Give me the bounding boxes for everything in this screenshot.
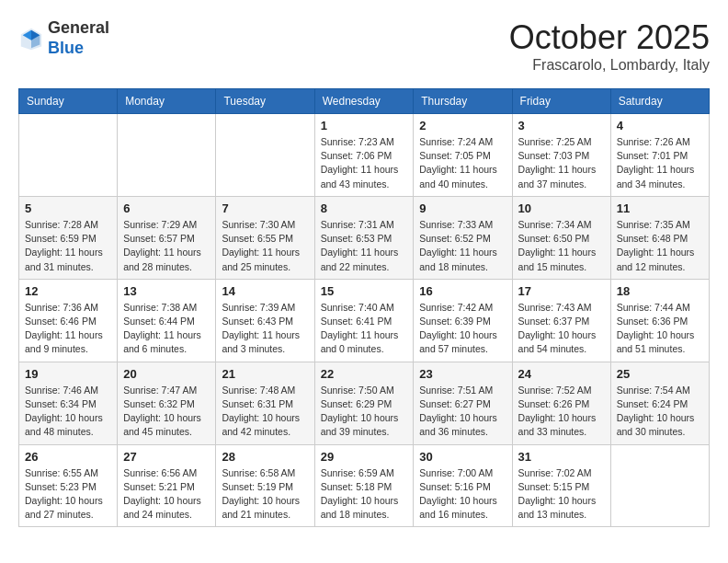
day-info: Sunrise: 7:52 AM Sunset: 6:26 PM Dayligh… [518,384,605,440]
day-info: Sunrise: 7:47 AM Sunset: 6:32 PM Dayligh… [123,384,210,440]
weekday-header: Thursday [414,89,512,114]
calendar-cell [216,114,314,197]
calendar-cell: 30Sunrise: 7:00 AM Sunset: 5:16 PM Dayli… [414,444,512,527]
calendar-cell: 16Sunrise: 7:42 AM Sunset: 6:39 PM Dayli… [414,279,512,362]
month-title: October 2025 [509,18,710,57]
calendar-cell: 11Sunrise: 7:35 AM Sunset: 6:48 PM Dayli… [610,196,709,279]
day-info: Sunrise: 7:28 AM Sunset: 6:59 PM Dayligh… [25,218,111,274]
calendar-cell [610,444,709,527]
calendar-cell: 20Sunrise: 7:47 AM Sunset: 6:32 PM Dayli… [118,362,216,444]
day-number: 12 [25,284,111,298]
calendar-cell: 19Sunrise: 7:46 AM Sunset: 6:34 PM Dayli… [19,362,118,444]
logo-blue: Blue [48,39,84,57]
day-info: Sunrise: 6:59 AM Sunset: 5:18 PM Dayligh… [321,466,408,523]
logo-general: General [48,18,109,37]
day-number: 11 [617,201,703,215]
calendar-cell: 23Sunrise: 7:51 AM Sunset: 6:27 PM Dayli… [414,362,512,444]
day-number: 20 [123,367,210,381]
calendar-cell: 9Sunrise: 7:33 AM Sunset: 6:52 PM Daylig… [414,196,512,279]
weekday-header: Sunday [19,89,118,114]
day-number: 31 [518,450,605,464]
calendar-cell: 14Sunrise: 7:39 AM Sunset: 6:43 PM Dayli… [216,279,314,362]
calendar-cell: 6Sunrise: 7:29 AM Sunset: 6:57 PM Daylig… [118,196,216,279]
logo-icon [18,26,44,52]
day-info: Sunrise: 7:29 AM Sunset: 6:57 PM Dayligh… [123,218,210,274]
day-info: Sunrise: 7:44 AM Sunset: 6:36 PM Dayligh… [617,301,703,357]
day-info: Sunrise: 7:48 AM Sunset: 6:31 PM Dayligh… [222,384,308,440]
day-info: Sunrise: 7:38 AM Sunset: 6:44 PM Dayligh… [123,301,210,357]
day-info: Sunrise: 7:46 AM Sunset: 6:34 PM Dayligh… [25,384,111,440]
day-info: Sunrise: 7:23 AM Sunset: 7:06 PM Dayligh… [321,135,408,191]
calendar-cell: 8Sunrise: 7:31 AM Sunset: 6:53 PM Daylig… [314,196,414,279]
day-info: Sunrise: 6:56 AM Sunset: 5:21 PM Dayligh… [123,466,210,523]
title-section: October 2025 Frascarolo, Lombardy, Italy [509,18,710,74]
calendar-cell: 3Sunrise: 7:25 AM Sunset: 7:03 PM Daylig… [512,114,610,197]
day-number: 28 [222,450,308,464]
calendar-cell: 7Sunrise: 7:30 AM Sunset: 6:55 PM Daylig… [216,196,314,279]
calendar-cell: 2Sunrise: 7:24 AM Sunset: 7:05 PM Daylig… [414,114,512,197]
calendar-cell: 27Sunrise: 6:56 AM Sunset: 5:21 PM Dayli… [118,444,216,527]
calendar-header-row: SundayMondayTuesdayWednesdayThursdayFrid… [19,89,710,114]
day-number: 21 [222,367,308,381]
day-number: 24 [518,367,605,381]
day-info: Sunrise: 6:55 AM Sunset: 5:23 PM Dayligh… [25,466,111,523]
day-number: 25 [617,367,703,381]
day-info: Sunrise: 7:36 AM Sunset: 6:46 PM Dayligh… [25,301,111,357]
calendar-cell: 31Sunrise: 7:02 AM Sunset: 5:15 PM Dayli… [512,444,610,527]
calendar-cell: 12Sunrise: 7:36 AM Sunset: 6:46 PM Dayli… [19,279,118,362]
weekday-header: Monday [118,89,216,114]
day-info: Sunrise: 7:54 AM Sunset: 6:24 PM Dayligh… [617,384,703,440]
day-info: Sunrise: 7:30 AM Sunset: 6:55 PM Dayligh… [222,218,308,274]
day-info: Sunrise: 7:25 AM Sunset: 7:03 PM Dayligh… [518,135,605,191]
calendar-cell: 17Sunrise: 7:43 AM Sunset: 6:37 PM Dayli… [512,279,610,362]
calendar-cell: 5Sunrise: 7:28 AM Sunset: 6:59 PM Daylig… [19,196,118,279]
weekday-header: Wednesday [314,89,414,114]
weekday-header: Tuesday [216,89,314,114]
day-number: 13 [123,284,210,298]
day-number: 10 [518,201,605,215]
logo: General Blue [18,18,109,58]
calendar-cell: 21Sunrise: 7:48 AM Sunset: 6:31 PM Dayli… [216,362,314,444]
day-info: Sunrise: 7:26 AM Sunset: 7:01 PM Dayligh… [617,135,703,191]
day-info: Sunrise: 7:33 AM Sunset: 6:52 PM Dayligh… [419,218,506,274]
calendar-cell: 24Sunrise: 7:52 AM Sunset: 6:26 PM Dayli… [512,362,610,444]
calendar-week-row: 12Sunrise: 7:36 AM Sunset: 6:46 PM Dayli… [19,279,710,362]
weekday-header: Friday [512,89,610,114]
day-info: Sunrise: 7:00 AM Sunset: 5:16 PM Dayligh… [419,466,506,523]
day-number: 14 [222,284,308,298]
day-info: Sunrise: 7:51 AM Sunset: 6:27 PM Dayligh… [419,384,506,440]
day-number: 1 [321,119,408,132]
day-number: 16 [419,284,506,298]
day-info: Sunrise: 7:39 AM Sunset: 6:43 PM Dayligh… [222,301,308,357]
day-number: 18 [617,284,703,298]
calendar-week-row: 5Sunrise: 7:28 AM Sunset: 6:59 PM Daylig… [19,196,710,279]
day-number: 15 [321,284,408,298]
calendar-cell: 29Sunrise: 6:59 AM Sunset: 5:18 PM Dayli… [314,444,414,527]
calendar-cell [19,114,118,197]
day-number: 22 [321,367,408,381]
day-info: Sunrise: 7:02 AM Sunset: 5:15 PM Dayligh… [518,466,605,523]
calendar-cell: 22Sunrise: 7:50 AM Sunset: 6:29 PM Dayli… [314,362,414,444]
day-info: Sunrise: 7:35 AM Sunset: 6:48 PM Dayligh… [617,218,703,274]
day-number: 6 [123,201,210,215]
day-number: 8 [321,201,408,215]
day-number: 30 [419,450,506,464]
weekday-header: Saturday [610,89,709,114]
calendar-week-row: 1Sunrise: 7:23 AM Sunset: 7:06 PM Daylig… [19,114,710,197]
calendar: SundayMondayTuesdayWednesdayThursdayFrid… [18,88,710,527]
day-number: 23 [419,367,506,381]
day-number: 27 [123,450,210,464]
calendar-cell: 25Sunrise: 7:54 AM Sunset: 6:24 PM Dayli… [610,362,709,444]
calendar-week-row: 26Sunrise: 6:55 AM Sunset: 5:23 PM Dayli… [19,444,710,527]
day-info: Sunrise: 7:31 AM Sunset: 6:53 PM Dayligh… [321,218,408,274]
day-number: 2 [419,119,506,132]
calendar-cell: 13Sunrise: 7:38 AM Sunset: 6:44 PM Dayli… [118,279,216,362]
day-number: 26 [25,450,111,464]
calendar-cell: 10Sunrise: 7:34 AM Sunset: 6:50 PM Dayli… [512,196,610,279]
day-info: Sunrise: 7:42 AM Sunset: 6:39 PM Dayligh… [419,301,506,357]
calendar-cell: 4Sunrise: 7:26 AM Sunset: 7:01 PM Daylig… [610,114,709,197]
calendar-cell: 15Sunrise: 7:40 AM Sunset: 6:41 PM Dayli… [314,279,414,362]
day-number: 9 [419,201,506,215]
calendar-cell: 18Sunrise: 7:44 AM Sunset: 6:36 PM Dayli… [610,279,709,362]
calendar-cell: 1Sunrise: 7:23 AM Sunset: 7:06 PM Daylig… [314,114,414,197]
